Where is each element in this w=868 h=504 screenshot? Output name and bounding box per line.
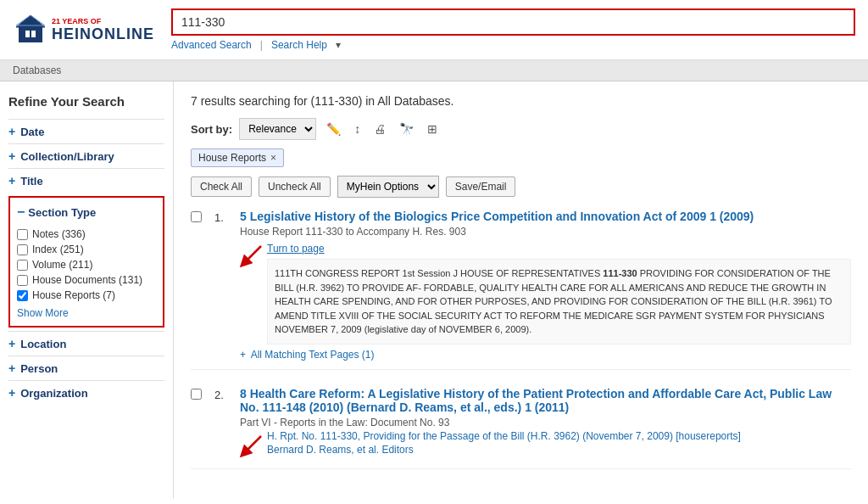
- myhein-select[interactable]: MyHein Options: [337, 176, 439, 198]
- location-expand-icon: +: [8, 337, 15, 350]
- show-more-link[interactable]: Show More: [17, 307, 156, 319]
- result-item-2: 2. 8 Health Care Reform: A Legislative H…: [191, 387, 851, 469]
- facet-collection-label: Collection/Library: [20, 150, 114, 163]
- section-house-reports-row: House Reports (7): [17, 288, 156, 303]
- house-reports-filter-tag: House Reports ×: [191, 148, 284, 167]
- result-1-checkbox[interactable]: [191, 211, 202, 222]
- result-1-snippet: 111TH CONGRESS REPORT 1st Session J HOUS…: [267, 259, 851, 344]
- sort-select[interactable]: Relevance Date Title: [239, 118, 316, 140]
- section-type-collapse-icon: −: [17, 204, 25, 220]
- section-volume-label: Volume (211): [32, 259, 92, 271]
- section-volume-row: Volume (211): [17, 257, 156, 272]
- advanced-search-link[interactable]: Advanced Search: [171, 39, 252, 51]
- facet-date[interactable]: + Date: [8, 119, 164, 143]
- result-1-subtitle: House Report 111-330 to Accompany H. Res…: [240, 226, 851, 238]
- title-expand-icon: +: [8, 174, 15, 188]
- svg-line-5: [244, 246, 261, 263]
- logo-years-text: 21 YEARS OF: [52, 17, 154, 25]
- logo-main-text: HEINONLINE: [52, 25, 154, 43]
- result-2-authors[interactable]: Bernard D. Reams, et al. Editors: [267, 444, 741, 456]
- result-1-matching-pages[interactable]: + All Matching Text Pages (1): [240, 349, 851, 361]
- active-filters: House Reports ×: [191, 148, 851, 167]
- result-2-link-blue[interactable]: H. Rpt. No. 111-330, Providing for the P…: [267, 430, 741, 442]
- result-2-checkbox-area: [191, 387, 206, 460]
- refine-title: Refine Your Search: [8, 94, 164, 109]
- save-email-btn[interactable]: Save/Email: [446, 176, 516, 197]
- facet-location[interactable]: + Location: [8, 331, 164, 356]
- uncheck-all-btn[interactable]: Uncheck All: [259, 176, 331, 197]
- arrow-1-icon: [240, 242, 265, 267]
- svg-line-6: [244, 436, 261, 453]
- sidebar: Refine Your Search + Date + Collection/L…: [0, 81, 174, 499]
- print-btn[interactable]: 🖨: [370, 120, 389, 137]
- search-input[interactable]: [171, 8, 855, 36]
- result-2-checkbox[interactable]: [191, 389, 202, 400]
- results-summary: 7 results searching for (111-330) in All…: [191, 94, 851, 108]
- organization-expand-icon: +: [8, 386, 15, 400]
- section-house-docs-checkbox[interactable]: [17, 275, 28, 286]
- content-area: 7 results searching for (111-330) in All…: [174, 81, 868, 499]
- facet-organization-label: Organization: [20, 387, 87, 400]
- section-notes-label: Notes (336): [32, 228, 86, 240]
- action-bar: Check All Uncheck All MyHein Options Sav…: [191, 176, 851, 198]
- svg-rect-1: [19, 27, 42, 42]
- svg-rect-3: [31, 31, 36, 37]
- page-header: 21 YEARS OF HEINONLINE Advanced Search |…: [0, 0, 868, 60]
- facet-person-label: Person: [20, 362, 58, 375]
- facet-collection[interactable]: + Collection/Library: [8, 143, 164, 168]
- result-1-body: 5 Legislative History of the Biologics P…: [240, 210, 851, 361]
- navbar: Databases: [0, 60, 868, 81]
- result-2-body: 8 Health Care Reform: A Legislative Hist…: [240, 387, 851, 460]
- section-house-docs-row: House Documents (131): [17, 272, 156, 288]
- logo-icon: [13, 14, 48, 46]
- section-index-row: Index (251): [17, 242, 156, 257]
- person-expand-icon: +: [8, 361, 15, 375]
- navbar-databases[interactable]: Databases: [13, 64, 61, 76]
- facet-organization[interactable]: + Organization: [8, 380, 164, 405]
- filter-tag-label: House Reports: [198, 152, 266, 164]
- facet-person[interactable]: + Person: [8, 356, 164, 380]
- section-notes-checkbox[interactable]: [17, 229, 28, 240]
- date-expand-icon: +: [8, 125, 15, 138]
- search-help-arrow: ▾: [336, 39, 341, 51]
- facet-location-label: Location: [20, 338, 66, 350]
- facet-date-label: Date: [20, 126, 44, 138]
- arrow-2-icon: [240, 432, 265, 457]
- result-2-link-line: H. Rpt. No. 111-330, Providing for the P…: [267, 430, 741, 442]
- grid-view-btn[interactable]: ⊞: [424, 120, 441, 137]
- result-item-1: 1. 5 Legislative History of the Biologic…: [191, 210, 851, 370]
- result-2-part: Part VI - Reports in the Law: Document N…: [240, 417, 851, 428]
- binoculars-btn[interactable]: 🔭: [396, 120, 417, 137]
- edit-icon-btn[interactable]: ✏️: [323, 120, 344, 137]
- matching-pages-expand-icon: +: [240, 349, 246, 361]
- result-1-checkbox-area: [191, 210, 206, 361]
- sort-bar: Sort by: Relevance Date Title ✏️ ↕ 🖨 🔭 ⊞: [191, 118, 851, 140]
- section-type-box: − Section Type Notes (336) Index (251) V…: [8, 196, 164, 328]
- svg-rect-2: [25, 31, 30, 37]
- section-type-header[interactable]: − Section Type: [17, 204, 156, 220]
- search-help-link[interactable]: Search Help: [271, 39, 327, 51]
- search-links: Advanced Search | Search Help ▾: [171, 39, 855, 51]
- collection-expand-icon: +: [8, 149, 15, 163]
- result-1-title[interactable]: 5 Legislative History of the Biologics P…: [240, 210, 851, 223]
- result-2-title[interactable]: 8 Health Care Reform: A Legislative Hist…: [240, 387, 851, 414]
- section-index-checkbox[interactable]: [17, 244, 28, 255]
- filter-remove-btn[interactable]: ×: [270, 152, 276, 164]
- section-notes-row: Notes (336): [17, 227, 156, 242]
- section-type-label: Section Type: [28, 206, 96, 219]
- main-layout: Refine Your Search + Date + Collection/L…: [0, 81, 868, 499]
- sort-direction-btn[interactable]: ↕: [351, 120, 364, 137]
- section-volume-checkbox[interactable]: [17, 260, 28, 271]
- sort-label: Sort by:: [191, 123, 232, 136]
- section-index-label: Index (251): [32, 244, 84, 255]
- check-all-btn[interactable]: Check All: [191, 176, 252, 197]
- result-1-number: 1.: [214, 210, 231, 361]
- section-house-reports-checkbox[interactable]: [17, 290, 28, 301]
- section-house-reports-label: House Reports (7): [32, 289, 115, 301]
- section-house-docs-label: House Documents (131): [32, 274, 142, 286]
- facet-title-label: Title: [20, 175, 43, 188]
- facet-title[interactable]: + Title: [8, 168, 164, 193]
- result-1-turn-to-page[interactable]: Turn to page: [267, 243, 325, 255]
- search-bar-area: Advanced Search | Search Help ▾: [171, 8, 855, 51]
- logo-area: 21 YEARS OF HEINONLINE: [13, 14, 154, 46]
